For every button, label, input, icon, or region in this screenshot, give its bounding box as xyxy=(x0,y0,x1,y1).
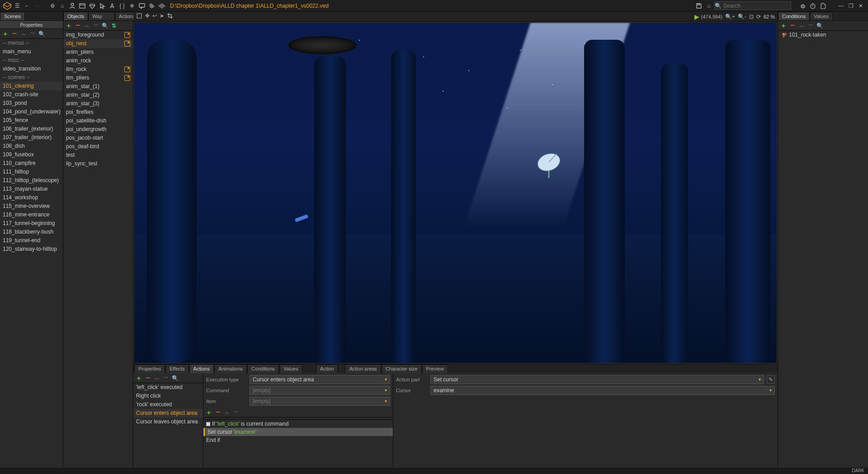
tab-conditions[interactable]: Conditions xyxy=(247,364,279,373)
add-icon[interactable]: + xyxy=(65,22,72,29)
scene-item[interactable]: 113_mayan-statue xyxy=(0,185,63,193)
down-icon[interactable]: ﹀ xyxy=(807,22,814,29)
stopwatch-icon[interactable] xyxy=(808,1,817,10)
scene-item[interactable]: 114_workshop xyxy=(0,193,63,202)
cursor-field[interactable]: examine▾ xyxy=(430,386,775,395)
object-item[interactable]: poi_satellite-dish xyxy=(63,117,133,125)
script-icon[interactable]: { } xyxy=(118,1,127,10)
tab-values[interactable]: Values xyxy=(810,12,833,20)
zoom-out-icon[interactable]: 🔍- xyxy=(738,14,746,20)
up-icon[interactable]: ︿ xyxy=(153,375,160,382)
interface-icon[interactable] xyxy=(78,1,87,10)
action-item[interactable]: 'rock' executed xyxy=(133,400,203,409)
object-item[interactable]: pos_jacob-start xyxy=(63,134,133,142)
tab-preview[interactable]: Preview xyxy=(422,364,448,373)
scene-item[interactable]: 105_fence xyxy=(0,116,63,125)
tab-values[interactable]: Values xyxy=(279,364,302,373)
tab-properties[interactable]: Properties xyxy=(134,364,165,373)
scene-viewport[interactable] xyxy=(134,23,777,363)
down-icon[interactable]: ﹀ xyxy=(162,375,170,382)
add-icon[interactable]: + xyxy=(205,409,212,416)
scene-item[interactable]: 104_pond_(underwater) xyxy=(0,108,63,116)
script-line[interactable]: If 'left_click' is current command xyxy=(203,420,393,428)
scene-item[interactable]: 117_tunnel-beginning xyxy=(0,219,63,228)
bounds-icon[interactable] xyxy=(136,13,142,20)
back-icon[interactable]: ← xyxy=(23,1,32,10)
bug-icon[interactable] xyxy=(798,1,807,10)
condition-item[interactable]: 101_rock-taken xyxy=(778,31,868,39)
script-line[interactable]: Set cursor 'examine' xyxy=(203,428,393,436)
up-icon[interactable]: ︿ xyxy=(223,409,231,416)
scene-item[interactable]: video_transition xyxy=(0,65,63,73)
diamond-icon[interactable] xyxy=(88,1,97,10)
home-icon[interactable]: ⌂ xyxy=(58,1,67,10)
object-item[interactable]: img_foreground xyxy=(63,31,133,39)
up-icon[interactable]: ︿ xyxy=(798,22,805,29)
close-icon[interactable]: ✕ xyxy=(856,1,865,10)
cursor-icon[interactable] xyxy=(98,1,107,10)
object-item[interactable]: test xyxy=(63,151,133,160)
scene-item[interactable]: 110_campfire xyxy=(0,159,63,168)
sort-icon[interactable]: ⇅ xyxy=(110,22,118,29)
action-item[interactable]: Cursor enters object area xyxy=(133,409,203,418)
down-icon[interactable]: ﹀ xyxy=(92,22,99,29)
play-icon[interactable]: ▶ xyxy=(694,13,699,20)
back-arrow-icon[interactable]: ↩ xyxy=(152,13,157,20)
scene-item[interactable]: main_menu xyxy=(0,47,63,56)
action-item[interactable]: Right click xyxy=(133,392,203,400)
scene-item[interactable]: -- misc -- xyxy=(0,56,63,65)
object-item[interactable]: poi_undergrowth xyxy=(63,125,133,134)
plugin-icon[interactable] xyxy=(818,1,827,10)
tab-objects[interactable]: Objects xyxy=(63,12,88,20)
remove-icon[interactable]: − xyxy=(74,22,81,29)
search-list-icon[interactable]: 🔍 xyxy=(101,22,108,29)
audio-icon[interactable] xyxy=(157,1,166,10)
remove-icon[interactable]: − xyxy=(144,375,151,382)
object-item[interactable]: poi_fireflies xyxy=(63,108,133,117)
tab-effects[interactable]: Effects xyxy=(165,364,189,373)
dialog-icon[interactable] xyxy=(137,1,146,10)
tab-character-size[interactable]: Character size xyxy=(382,364,422,373)
exec-type-field[interactable]: Cursor enters object area▾ xyxy=(250,375,390,384)
remove-icon[interactable]: − xyxy=(789,22,796,29)
scene-item[interactable]: 109_fusebox xyxy=(0,150,63,159)
add-icon[interactable]: + xyxy=(780,22,787,29)
save-icon[interactable] xyxy=(694,1,703,10)
pointer-icon[interactable]: ➤ xyxy=(160,13,164,20)
object-item[interactable]: lip_sync_test xyxy=(63,160,133,168)
maximize-icon[interactable]: ❐ xyxy=(846,1,855,10)
scene-item[interactable]: 118_blackberry-bush xyxy=(0,228,63,236)
tab-action[interactable]: Action xyxy=(316,364,338,373)
remove-icon[interactable]: − xyxy=(214,409,222,416)
object-item[interactable]: anim_star_(1) xyxy=(63,82,133,91)
scene-item[interactable]: 116_mine-entrance xyxy=(0,211,63,219)
object-item[interactable]: anim_star_(3) xyxy=(63,99,133,108)
minimize-icon[interactable]: — xyxy=(836,1,845,10)
tab-way-systems[interactable]: Way systems xyxy=(88,12,114,20)
scene-item[interactable]: 107_trailer_(interior) xyxy=(0,133,63,142)
action-part-field[interactable]: Set cursor▾ xyxy=(430,375,764,384)
particle-icon[interactable]: ❄ xyxy=(127,1,137,10)
scene-item[interactable]: 101_clearing xyxy=(0,82,63,90)
scene-item[interactable]: 119_tunnel-end xyxy=(0,236,63,245)
character-icon[interactable] xyxy=(68,1,77,10)
search-list-icon[interactable]: 🔍 xyxy=(38,30,45,38)
search-list-icon[interactable]: 🔍 xyxy=(816,22,823,29)
scene-item[interactable]: 106_trailer_(exterior) xyxy=(0,125,63,133)
app-logo-icon[interactable] xyxy=(3,1,12,10)
remove-icon[interactable]: − xyxy=(11,30,18,38)
scene-item[interactable]: 111_hilltop xyxy=(0,168,63,176)
tab-scenes[interactable]: Scenes xyxy=(0,12,25,20)
scene-item[interactable]: -- scenes -- xyxy=(0,73,63,82)
font-icon[interactable] xyxy=(108,1,117,10)
shader-icon[interactable] xyxy=(147,1,156,10)
forward-icon[interactable]: → xyxy=(33,1,42,10)
search-list-icon[interactable]: 🔍 xyxy=(171,375,179,382)
object-item[interactable]: itm_rock xyxy=(63,65,133,74)
up-icon[interactable]: ︿ xyxy=(83,22,90,29)
scene-item[interactable]: 115_mine-overview xyxy=(0,202,63,211)
object-item[interactable]: itm_pliers xyxy=(63,74,133,82)
command-field[interactable]: [empty]▾ xyxy=(250,386,390,395)
scene-item[interactable]: 120_stairway-to-hilltop xyxy=(0,245,63,253)
action-item[interactable]: 'left_click' executed xyxy=(133,383,203,392)
